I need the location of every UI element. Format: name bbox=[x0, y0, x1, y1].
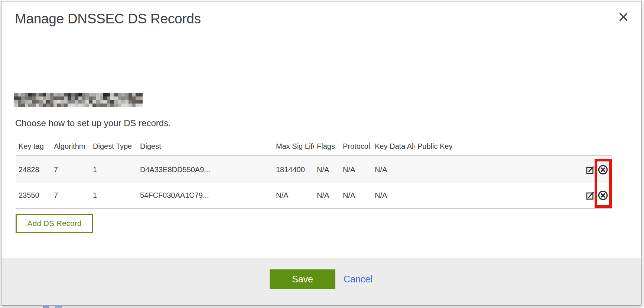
manage-dnssec-modal: Manage DNSSEC DS Records Choose how to s… bbox=[1, 1, 642, 306]
close-icon[interactable] bbox=[617, 10, 630, 23]
column-header-digest-type: Digest Type bbox=[90, 142, 137, 151]
cell-algorithm: 7 bbox=[51, 191, 90, 200]
column-header-digest: Digest bbox=[137, 142, 273, 151]
cell-digest: 54FCF030AA1C79... bbox=[137, 191, 273, 200]
table-header-row: Key tag Algorithm Digest Type Digest Max… bbox=[16, 134, 612, 156]
edit-record-icon[interactable] bbox=[585, 190, 596, 201]
cell-protocol: N/A bbox=[340, 191, 372, 200]
domain-name-redacted bbox=[14, 93, 143, 107]
setup-instruction-text: Choose how to set up your DS records. bbox=[15, 118, 171, 128]
row-actions bbox=[583, 190, 612, 201]
remove-record-icon[interactable] bbox=[598, 164, 608, 175]
cell-algorithm: 7 bbox=[51, 166, 90, 174]
column-header-max-sig-life: Max Sig Life bbox=[273, 142, 314, 151]
save-button[interactable]: Save bbox=[270, 269, 335, 289]
row-actions bbox=[583, 164, 612, 175]
cell-key-tag: 24828 bbox=[16, 166, 51, 174]
cell-digest-type: 1 bbox=[90, 191, 137, 200]
table-row: 24828 7 1 D4A33E8DD550A9... 1814400 N/A … bbox=[16, 156, 612, 183]
cell-key-data-alg: N/A bbox=[372, 166, 414, 174]
cell-digest-type: 1 bbox=[90, 166, 137, 174]
modal-footer: Save Cancel bbox=[1, 258, 641, 305]
column-header-key-data-alg: Key Data Alg bbox=[372, 142, 414, 151]
cell-flags: N/A bbox=[314, 166, 340, 174]
column-header-algorithm: Algorithm bbox=[51, 142, 90, 151]
column-header-key-tag: Key tag bbox=[16, 142, 51, 151]
remove-record-icon[interactable] bbox=[598, 190, 608, 201]
ds-records-table: Key tag Algorithm Digest Type Digest Max… bbox=[16, 134, 612, 209]
cell-protocol: N/A bbox=[340, 166, 372, 174]
cell-key-data-alg: N/A bbox=[372, 191, 414, 200]
column-header-flags: Flags bbox=[314, 142, 340, 151]
cell-max-sig-life: N/A bbox=[273, 191, 314, 200]
edit-record-icon[interactable] bbox=[585, 164, 596, 175]
cell-key-tag: 23550 bbox=[16, 191, 51, 200]
add-ds-record-button[interactable]: Add DS Record bbox=[16, 214, 93, 233]
table-row: 23550 7 1 54FCF030AA1C79... N/A N/A N/A … bbox=[16, 183, 612, 209]
page-title: Manage DNSSEC DS Records bbox=[15, 11, 201, 27]
cell-digest: D4A33E8DD550A9... bbox=[137, 166, 273, 174]
cell-flags: N/A bbox=[314, 191, 340, 200]
cancel-link[interactable]: Cancel bbox=[344, 269, 373, 289]
column-header-protocol: Protocol bbox=[340, 142, 372, 151]
column-header-public-key: Public Key bbox=[414, 142, 583, 151]
cell-max-sig-life: 1814400 bbox=[273, 166, 314, 174]
